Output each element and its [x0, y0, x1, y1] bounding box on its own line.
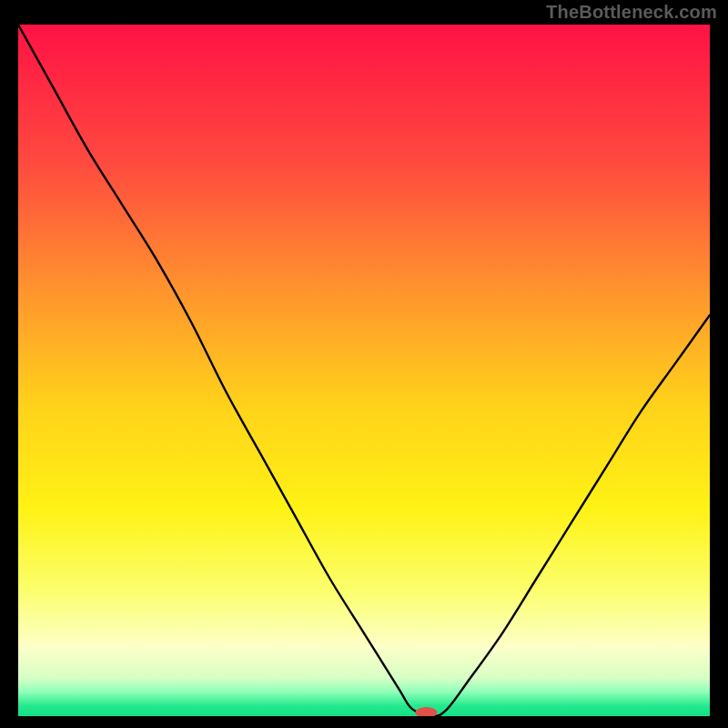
- bottleneck-chart: [18, 25, 710, 716]
- chart-container: TheBottleneck.com: [0, 0, 728, 728]
- gradient-background: [18, 25, 710, 716]
- plot-area: [18, 25, 710, 716]
- watermark: TheBottleneck.com: [546, 2, 717, 23]
